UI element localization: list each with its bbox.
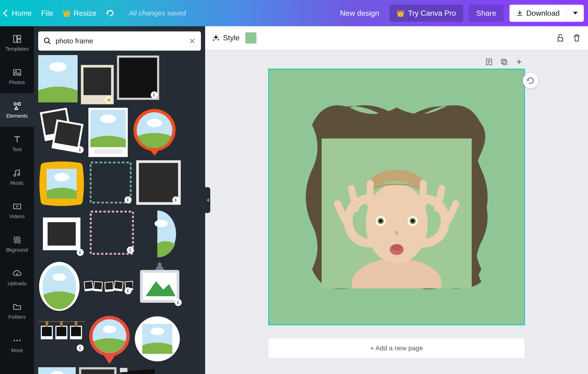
design-canvas[interactable] — [268, 69, 525, 325]
sidebar-item-label: Text — [12, 146, 21, 153]
home-button[interactable]: Home — [4, 9, 32, 18]
download-button[interactable]: Download — [509, 5, 567, 22]
frame-element[interactable]: 👑 — [81, 65, 114, 104]
frame-element[interactable]: £ — [84, 277, 133, 296]
toolbar-right — [556, 33, 581, 43]
frame-element[interactable] — [38, 55, 78, 102]
sidebar-item-background[interactable]: Bkground — [0, 227, 34, 261]
frame-element[interactable]: £ — [117, 55, 159, 100]
frame-element[interactable]: £ — [38, 210, 85, 257]
frame-element[interactable] — [120, 368, 157, 374]
svg-rect-43 — [94, 282, 102, 289]
price-badge: £ — [77, 146, 84, 153]
clear-search-button[interactable] — [189, 38, 196, 44]
lock-icon[interactable] — [556, 33, 565, 43]
sidebar-item-photos[interactable]: Photos — [0, 60, 34, 93]
try-pro-label: Try Canva Pro — [408, 9, 456, 18]
svg-rect-35 — [91, 212, 133, 254]
frame-element[interactable] — [38, 260, 80, 312]
notes-icon[interactable] — [485, 58, 493, 66]
svg-rect-59 — [60, 321, 63, 327]
sidebar-item-label: Uploads — [8, 280, 26, 287]
svg-rect-45 — [105, 282, 113, 290]
canvas-area[interactable]: + Add a new page — [205, 50, 588, 374]
elements-grid[interactable]: 👑 £ £ £ — [38, 55, 201, 374]
crown-icon: 👑 — [63, 9, 71, 17]
svg-rect-84 — [367, 180, 374, 208]
svg-rect-62 — [75, 321, 77, 327]
svg-point-10 — [16, 340, 18, 341]
download-label: Download — [526, 9, 560, 18]
add-page-icon[interactable] — [515, 58, 523, 66]
sidebar-item-label: Bkground — [6, 247, 28, 253]
price-badge: £ — [127, 247, 134, 254]
rotate-handle[interactable] — [523, 73, 538, 88]
duplicate-icon[interactable] — [500, 58, 508, 66]
frame-element[interactable] — [88, 108, 128, 157]
svg-point-31 — [54, 173, 69, 181]
try-canva-pro-button[interactable]: 👑 Try Canva Pro — [389, 5, 463, 22]
svg-rect-16 — [84, 67, 111, 95]
svg-point-36 — [155, 220, 168, 227]
sidebar-item-elements[interactable]: Elements — [0, 93, 34, 127]
sidebar-item-uploads[interactable]: Uploads — [0, 261, 34, 294]
resize-label: Resize — [74, 9, 97, 18]
frame-element[interactable] — [138, 210, 176, 257]
frame-element[interactable]: £ — [38, 315, 85, 353]
style-button[interactable]: Style — [212, 33, 240, 42]
price-badge: £ — [172, 196, 179, 203]
new-design-button[interactable]: New design — [335, 6, 384, 21]
sidebar-item-more[interactable]: More — [0, 328, 34, 361]
top-navigation-bar: Home File 👑 Resize All changes saved New… — [0, 0, 588, 26]
photo-frame-shape[interactable] — [297, 97, 496, 297]
photo-placeholder[interactable] — [322, 138, 472, 289]
share-button[interactable]: Share — [469, 5, 504, 22]
price-badge: £ — [175, 299, 182, 306]
download-icon — [516, 10, 523, 16]
frame-element[interactable]: £ — [136, 260, 183, 307]
trash-icon[interactable] — [572, 33, 581, 43]
topbar-left-group: Home File 👑 Resize All changes saved — [4, 9, 186, 18]
svg-rect-1 — [17, 35, 21, 38]
sidebar-item-music[interactable]: Music — [0, 160, 34, 194]
search-box — [38, 31, 201, 51]
undo-button[interactable] — [106, 9, 115, 17]
svg-point-9 — [14, 340, 15, 341]
sidebar-item-label: Folders — [9, 314, 26, 320]
svg-point-7 — [18, 173, 20, 175]
svg-point-93 — [379, 219, 382, 222]
frame-element[interactable]: £ — [88, 210, 135, 255]
frame-element[interactable] — [79, 368, 116, 374]
frame-element[interactable] — [134, 315, 181, 362]
svg-point-39 — [52, 273, 66, 281]
svg-point-6 — [14, 174, 15, 176]
sidebar-item-label: Templates — [5, 46, 29, 52]
sidebar-item-videos[interactable]: Videos — [0, 194, 34, 227]
frame-element[interactable]: £ — [88, 160, 133, 205]
frame-element[interactable] — [38, 368, 76, 374]
videos-icon — [12, 202, 22, 211]
frame-element[interactable] — [38, 160, 85, 207]
add-page-button[interactable]: + Add a new page — [268, 338, 525, 359]
rotate-icon — [526, 76, 535, 85]
sidebar-item-text[interactable]: Text — [0, 127, 34, 160]
download-caret-button[interactable] — [567, 5, 584, 22]
svg-rect-18 — [119, 58, 157, 98]
search-input[interactable] — [56, 37, 185, 45]
svg-point-14 — [49, 62, 67, 72]
file-menu[interactable]: File — [41, 9, 53, 18]
svg-rect-47 — [115, 281, 123, 289]
svg-rect-55 — [42, 327, 52, 336]
svg-rect-74 — [558, 38, 563, 41]
frame-element[interactable] — [88, 315, 131, 365]
frame-element[interactable]: £ — [136, 160, 181, 205]
price-badge: £ — [151, 91, 158, 98]
sidebar-item-folders[interactable]: Folders — [0, 294, 34, 328]
background-icon — [12, 235, 22, 245]
frame-element[interactable] — [131, 108, 178, 157]
resize-button[interactable]: 👑 Resize — [63, 9, 97, 18]
price-badge: £ — [125, 196, 132, 203]
frame-element[interactable]: £ — [38, 108, 85, 155]
sidebar-item-templates[interactable]: Templates — [0, 26, 34, 60]
color-swatch[interactable] — [245, 32, 256, 44]
